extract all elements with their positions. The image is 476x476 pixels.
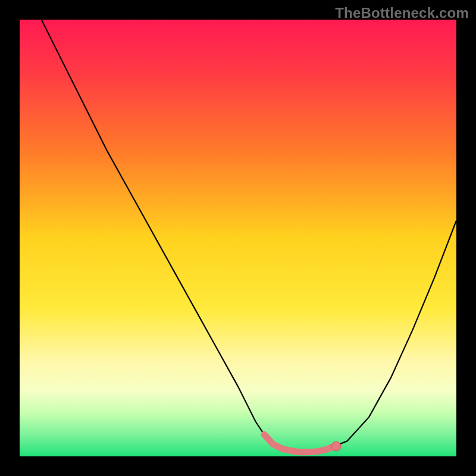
watermark-text: TheBottleneck.com	[335, 5, 469, 21]
gradient-background	[20, 20, 456, 456]
end-marker-dot	[331, 441, 341, 451]
chart-svg	[20, 20, 456, 456]
chart-frame: TheBottleneck.com	[0, 0, 476, 476]
plot-area	[20, 20, 456, 456]
